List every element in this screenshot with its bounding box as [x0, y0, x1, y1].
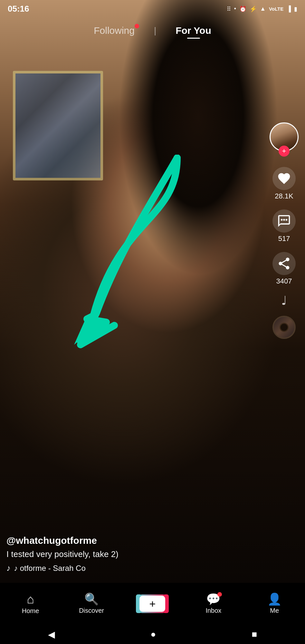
- share-icon: [277, 256, 291, 271]
- dot-indicator: •: [234, 5, 236, 12]
- create-button[interactable]: +: [138, 594, 167, 613]
- music-disc-action[interactable]: [272, 316, 296, 339]
- nav-discover[interactable]: 🔍 Discover: [75, 593, 108, 614]
- android-back-button[interactable]: ◀: [48, 629, 55, 640]
- nav-create[interactable]: +: [136, 594, 168, 613]
- comment-icon-container: [272, 209, 296, 233]
- android-nav-bar: ◀ ● ■: [0, 625, 305, 644]
- video-info-overlay: @whatchugotforme I tested very positivel…: [6, 535, 263, 573]
- inbox-icon-wrapper: 💬: [206, 593, 221, 605]
- music-note-action[interactable]: ♩: [281, 294, 287, 307]
- me-icon: 👤: [267, 593, 282, 605]
- like-icon-container: [272, 167, 296, 190]
- nav-inbox[interactable]: 💬 Inbox: [197, 593, 230, 614]
- nav-home[interactable]: ⌂ Home: [14, 593, 47, 615]
- follow-button[interactable]: +: [279, 146, 290, 157]
- discover-icon: 🔍: [84, 593, 99, 605]
- music-disc: [272, 316, 296, 339]
- inbox-notification-dot: [217, 592, 222, 597]
- inbox-label: Inbox: [205, 607, 221, 614]
- like-count: 28.1K: [275, 192, 293, 200]
- status-bar: 05:16 ⠿ • ⏰ ⚡ ▲ VoLTE ▐ ▮: [0, 0, 305, 18]
- nav-me[interactable]: 👤 Me: [258, 593, 291, 614]
- video-background[interactable]: [0, 0, 305, 583]
- comment-count: 517: [278, 235, 290, 243]
- svg-point-1: [281, 219, 283, 221]
- music-info[interactable]: ♪ ♪ otforme - Sarah Co: [6, 563, 263, 573]
- music-title: ♪ otforme - Sarah Co: [14, 564, 86, 573]
- share-icon-container: [272, 252, 296, 275]
- video-caption: I tested very positively, take 2): [6, 549, 263, 559]
- battery-icon: ▮: [294, 5, 297, 13]
- nav-divider: |: [154, 25, 156, 36]
- bottom-nav: ⌂ Home 🔍 Discover + 💬 Inbox 👤 Me: [0, 583, 305, 625]
- for-you-tab[interactable]: For You: [176, 25, 211, 36]
- creator-username[interactable]: @whatchugotforme: [6, 535, 263, 546]
- home-icon: ⌂: [27, 593, 34, 605]
- signal-icon: ▐: [287, 5, 291, 12]
- hair-overlay: [0, 0, 305, 583]
- svg-point-3: [286, 219, 288, 221]
- status-time: 05:16: [8, 4, 29, 14]
- home-label: Home: [22, 607, 39, 615]
- comment-action[interactable]: 517: [272, 209, 296, 243]
- bluetooth-icon: ⚡: [250, 5, 257, 13]
- share-count: 3407: [276, 277, 292, 285]
- music-disc-inner: [280, 323, 289, 332]
- status-icons: ⠿ • ⏰ ⚡ ▲ VoLTE ▐ ▮: [227, 5, 297, 13]
- plus-icon: +: [149, 598, 156, 609]
- discover-label: Discover: [79, 607, 104, 614]
- top-nav: Following | For You: [0, 18, 305, 43]
- following-notification-dot: [135, 24, 139, 28]
- svg-point-2: [283, 219, 285, 221]
- share-action[interactable]: 3407: [272, 252, 296, 285]
- android-recents-button[interactable]: ■: [252, 629, 257, 639]
- right-actions-panel: + 28.1K 517 3407 ♩: [270, 122, 299, 339]
- alarm-icon: ⏰: [239, 5, 246, 13]
- following-tab[interactable]: Following: [94, 25, 135, 36]
- me-label: Me: [270, 607, 279, 614]
- music-note-symbol: ♪: [6, 563, 11, 573]
- like-action[interactable]: 28.1K: [272, 167, 296, 200]
- comment-icon: [277, 214, 291, 228]
- create-button-inner: +: [139, 596, 165, 612]
- creator-avatar-container[interactable]: +: [270, 122, 299, 151]
- heart-icon: [277, 171, 291, 186]
- lte-icon: VoLTE: [269, 6, 283, 12]
- visualizer-icon: ⠿: [227, 5, 231, 13]
- wifi-icon: ▲: [260, 5, 266, 12]
- android-home-button[interactable]: ●: [151, 629, 156, 639]
- music-note-icon: ♩: [281, 294, 287, 307]
